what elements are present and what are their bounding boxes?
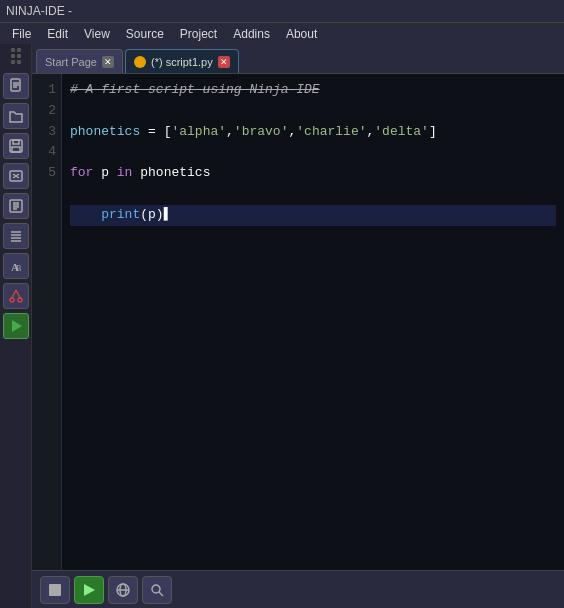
web-button[interactable] <box>108 576 138 604</box>
sidebar: A B <box>0 44 32 608</box>
bottom-toolbar <box>32 570 564 608</box>
line-numbers: 1 2 3 4 5 <box>32 74 62 570</box>
cut-button[interactable] <box>3 283 29 309</box>
stop-button[interactable] <box>40 576 70 604</box>
sidebar-run-button[interactable] <box>3 313 29 339</box>
menu-about[interactable]: About <box>278 25 325 43</box>
menu-source[interactable]: Source <box>118 25 172 43</box>
svg-point-31 <box>152 585 160 593</box>
tab-script-label: (*) script1.py <box>151 56 213 68</box>
svg-point-21 <box>10 298 14 302</box>
title-bar: NINJA-IDE - <box>0 0 564 22</box>
code-editor[interactable]: 1 2 3 4 5 # A first script using Ninja-I… <box>32 74 564 570</box>
code-content[interactable]: # A first script using Ninja-IDE phoneti… <box>62 74 564 570</box>
svg-text:B: B <box>16 264 21 273</box>
svg-marker-27 <box>84 584 95 596</box>
svg-rect-5 <box>13 140 19 144</box>
svg-rect-26 <box>49 584 61 596</box>
tab-script1[interactable]: (*) script1.py ✕ <box>125 49 239 73</box>
close-file-button[interactable] <box>3 163 29 189</box>
tab-start-label: Start Page <box>45 56 97 68</box>
menu-addins[interactable]: Addins <box>225 25 278 43</box>
menu-edit[interactable]: Edit <box>39 25 76 43</box>
svg-rect-10 <box>10 200 22 212</box>
tab-start-close[interactable]: ✕ <box>102 56 114 68</box>
font-button[interactable]: A B <box>3 253 29 279</box>
svg-marker-25 <box>12 320 22 332</box>
menu-bar: File Edit View Source Project Addins Abo… <box>0 22 564 44</box>
new-file-button[interactable] <box>3 73 29 99</box>
main-layout: A B Start Page ✕ <box>0 44 564 608</box>
svg-line-24 <box>16 290 20 298</box>
editor-area: Start Page ✕ (*) script1.py ✕ 1 2 3 4 5 … <box>32 44 564 608</box>
docs-button[interactable] <box>3 193 29 219</box>
run-button[interactable] <box>74 576 104 604</box>
sidebar-drag-handle <box>11 48 21 64</box>
tab-modified-indicator <box>134 56 146 68</box>
tab-bar: Start Page ✕ (*) script1.py ✕ <box>32 44 564 74</box>
svg-point-22 <box>18 298 22 302</box>
tab-start-page[interactable]: Start Page ✕ <box>36 49 123 73</box>
svg-line-32 <box>159 592 163 596</box>
search-toolbar-button[interactable] <box>142 576 172 604</box>
open-folder-button[interactable] <box>3 103 29 129</box>
tab-script-close[interactable]: ✕ <box>218 56 230 68</box>
title-text: NINJA-IDE - <box>6 4 72 18</box>
menu-file[interactable]: File <box>4 25 39 43</box>
svg-line-23 <box>12 290 16 298</box>
save-button[interactable] <box>3 133 29 159</box>
list-button[interactable] <box>3 223 29 249</box>
menu-view[interactable]: View <box>76 25 118 43</box>
svg-rect-6 <box>12 147 20 152</box>
menu-project[interactable]: Project <box>172 25 225 43</box>
